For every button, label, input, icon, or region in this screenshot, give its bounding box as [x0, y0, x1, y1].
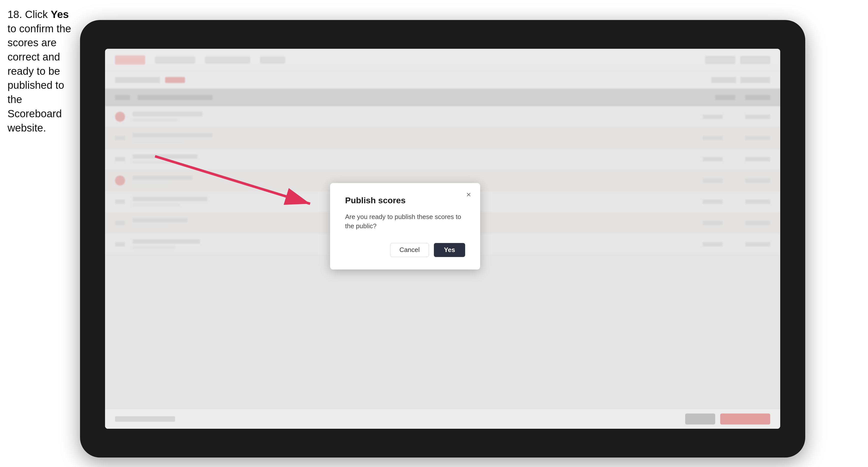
instruction-text: 18. Click Yes to confirm the scores are … [7, 7, 78, 135]
modal-overlay: × Publish scores Are you ready to publis… [105, 49, 780, 429]
publish-scores-dialog: × Publish scores Are you ready to publis… [330, 183, 480, 270]
instruction-after: to confirm the scores are correct and re… [7, 23, 71, 134]
modal-close-button[interactable]: × [463, 189, 474, 200]
yes-button[interactable]: Yes [434, 243, 465, 257]
modal-body-text: Are you ready to publish these scores to… [345, 212, 465, 230]
tablet-screen: × Publish scores Are you ready to publis… [105, 49, 780, 429]
step-number: 18. [7, 8, 22, 20]
cancel-button[interactable]: Cancel [390, 243, 429, 257]
modal-footer: Cancel Yes [345, 243, 465, 257]
instruction-bold: Yes [51, 8, 69, 20]
tablet-device: × Publish scores Are you ready to publis… [80, 20, 805, 458]
modal-title: Publish scores [345, 195, 465, 205]
instruction-before-bold: Click [25, 8, 51, 20]
